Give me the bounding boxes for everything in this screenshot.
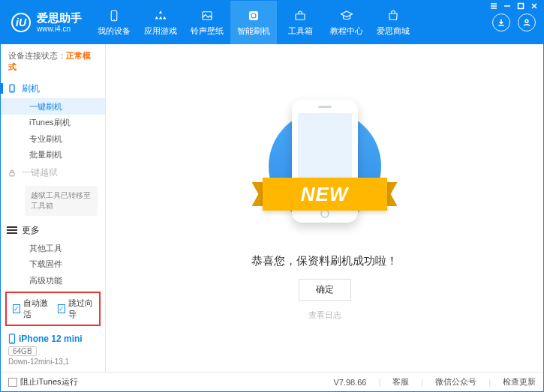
maximize-button[interactable]	[515, 1, 527, 11]
category-label: 更多	[22, 224, 40, 237]
category-more[interactable]: 更多	[1, 220, 105, 240]
device-icon	[107, 9, 121, 22]
nav-label: 工具箱	[288, 25, 313, 37]
sub-pro-flash[interactable]: 专业刷机	[1, 131, 105, 148]
svg-rect-4	[296, 13, 305, 19]
main-content: NEW 恭喜您，保资料刷机成功啦！ 确定 查看日志	[106, 44, 543, 372]
nav-smart-flash[interactable]: 智能刷机	[230, 1, 277, 44]
flash-options-highlight: ✓ 自动激活 ✓ 跳过向导	[5, 292, 101, 326]
checkbox-auto-activate[interactable]: ✓ 自动激活	[13, 298, 49, 320]
checkbox-label: 阻止iTunes运行	[20, 376, 78, 388]
phone-icon	[7, 83, 17, 94]
nav-ringtones-wallpapers[interactable]: 铃声壁纸	[184, 1, 230, 44]
nav-label: 我的设备	[98, 25, 131, 37]
download-button[interactable]	[492, 13, 510, 31]
customer-service-link[interactable]: 客服	[392, 376, 409, 388]
nav-label: 智能刷机	[237, 25, 270, 37]
sub-other-tools[interactable]: 其他工具	[1, 240, 105, 256]
brand-url: www.i4.cn	[37, 25, 82, 33]
category-label: 刷机	[22, 82, 40, 95]
user-button[interactable]	[518, 13, 536, 31]
close-button[interactable]	[528, 1, 540, 11]
checkbox-icon: ✓	[13, 304, 20, 313]
success-illustration: NEW	[261, 95, 389, 238]
toolbox-icon	[293, 9, 307, 22]
nav-tutorials[interactable]: 教程中心	[323, 1, 370, 44]
nav-label: 爱思商城	[377, 25, 410, 37]
nav-toolbox[interactable]: 工具箱	[277, 1, 323, 44]
titlebar: iU 爱思助手 www.i4.cn 我的设备 应用游戏 铃声壁纸 智能刷机	[1, 1, 543, 44]
nav-apps-games[interactable]: 应用游戏	[137, 1, 184, 44]
menu-button[interactable]	[488, 1, 500, 11]
window-controls	[488, 1, 540, 11]
svg-rect-0	[518, 4, 524, 9]
app-window: iU 爱思助手 www.i4.cn 我的设备 应用游戏 铃声壁纸 智能刷机	[0, 0, 544, 392]
svg-point-5	[525, 19, 528, 22]
category-flash[interactable]: 刷机	[1, 79, 105, 98]
flash-icon	[247, 9, 260, 22]
navbar: 我的设备 应用游戏 铃声壁纸 智能刷机 工具箱 教程中心	[91, 1, 492, 44]
checkbox-label: 自动激活	[23, 298, 49, 320]
connection-status: 设备连接状态：正常模式	[1, 44, 105, 79]
nav-label: 应用游戏	[144, 25, 177, 37]
branding: iU 爱思助手 www.i4.cn	[1, 1, 91, 44]
success-message: 恭喜您，保资料刷机成功啦！	[251, 254, 398, 268]
nav-store[interactable]: 爱思商城	[370, 1, 416, 44]
check-update-link[interactable]: 检查更新	[503, 376, 536, 388]
brand-name: 爱思助手	[37, 12, 82, 25]
sidebar: 设备连接状态：正常模式 刷机 一键刷机 iTunes刷机 专业刷机 批量刷机 一…	[1, 44, 106, 372]
more-icon	[7, 225, 17, 235]
device-model: Down-12mini-13,1	[8, 358, 98, 366]
ribbon-text: NEW	[263, 178, 387, 211]
tutorial-icon	[340, 9, 353, 22]
device-name: iPhone 12 mini	[8, 334, 98, 344]
view-log-link[interactable]: 查看日志	[308, 310, 341, 321]
checkbox-skip-guide[interactable]: ✓ 跳过向导	[58, 298, 94, 320]
sub-one-click-flash[interactable]: 一键刷机	[1, 98, 105, 115]
wechat-link[interactable]: 微信公众号	[435, 376, 476, 388]
lock-icon	[7, 168, 17, 178]
body: 设备连接状态：正常模式 刷机 一键刷机 iTunes刷机 专业刷机 批量刷机 一…	[1, 44, 543, 372]
version-label: V7.98.66	[333, 378, 366, 387]
svg-rect-3	[249, 11, 258, 20]
apps-icon	[154, 9, 167, 22]
store-icon	[386, 9, 400, 22]
nav-label: 铃声壁纸	[191, 25, 224, 37]
nav-my-device[interactable]: 我的设备	[91, 1, 137, 44]
wallpaper-icon	[200, 9, 214, 22]
sub-batch-flash[interactable]: 批量刷机	[1, 147, 105, 163]
logo-icon: iU	[11, 13, 31, 32]
sub-advanced[interactable]: 高级功能	[1, 273, 105, 289]
device-capacity: 64GB	[8, 346, 37, 356]
checkbox-block-itunes[interactable]: 阻止iTunes运行	[8, 376, 78, 388]
connection-label: 设备连接状态：	[8, 51, 66, 60]
statusbar: 阻止iTunes运行 V7.98.66 | 客服 | 微信公众号 | 检查更新	[1, 372, 543, 391]
new-ribbon: NEW	[252, 178, 398, 211]
checkbox-label: 跳过向导	[68, 298, 94, 320]
jailbreak-note: 越狱工具已转移至工具箱	[25, 186, 98, 216]
category-label: 一键越狱	[22, 166, 58, 179]
svg-rect-7	[10, 172, 14, 176]
nav-label: 教程中心	[330, 25, 363, 37]
checkbox-icon	[8, 378, 17, 387]
sub-itunes-flash[interactable]: iTunes刷机	[1, 115, 105, 131]
category-jailbreak[interactable]: 一键越狱	[1, 163, 105, 183]
device-block[interactable]: iPhone 12 mini 64GB Down-12mini-13,1	[1, 329, 105, 372]
ok-button[interactable]: 确定	[299, 279, 351, 301]
phone-small-icon	[8, 334, 16, 344]
checkbox-icon: ✓	[58, 304, 65, 313]
sub-download-firmware[interactable]: 下载固件	[1, 256, 105, 273]
minimize-button[interactable]	[501, 1, 513, 11]
